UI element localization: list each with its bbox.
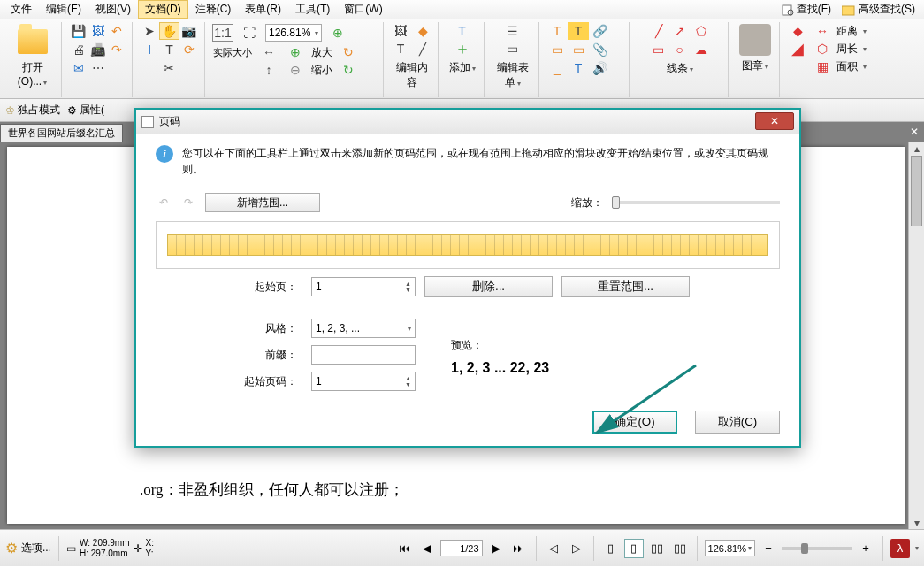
menu-form[interactable]: 表单(R) bbox=[238, 0, 288, 19]
dialog-titlebar[interactable]: 页码 ✕ bbox=[136, 110, 799, 134]
options-button[interactable]: 选项... bbox=[21, 541, 51, 556]
perimeter-label[interactable]: 周长 bbox=[836, 42, 858, 57]
arrow-icon[interactable]: ↗ bbox=[669, 22, 691, 40]
layout-single-icon[interactable]: ▯ bbox=[601, 539, 621, 558]
refresh-icon[interactable]: ↻ bbox=[338, 43, 359, 61]
zoom-in-icon[interactable]: ⊕ bbox=[285, 43, 306, 61]
zoom-in-round-icon[interactable]: ⊕ bbox=[327, 24, 348, 42]
style-select[interactable]: 1, 2, 3, ...▾ bbox=[311, 319, 416, 338]
add-label[interactable]: 添加 bbox=[449, 61, 470, 73]
menu-file[interactable]: 文件 bbox=[4, 0, 39, 19]
mail-icon[interactable]: ✉ bbox=[69, 59, 88, 77]
reset-range-button[interactable]: 重置范围... bbox=[561, 276, 690, 297]
edit-form-label[interactable]: 编辑表单 bbox=[497, 61, 529, 88]
menu-edit[interactable]: 编辑(E) bbox=[39, 0, 88, 19]
zoom-out-label[interactable]: 缩小 bbox=[311, 63, 332, 78]
find-button[interactable]: 查找(F) bbox=[776, 2, 836, 17]
eraser-icon[interactable]: ◆ bbox=[787, 22, 808, 40]
camera-icon[interactable]: 📷 bbox=[179, 22, 199, 40]
gear-icon[interactable]: ⚙ bbox=[5, 540, 18, 556]
cut-icon[interactable]: ✂ bbox=[159, 59, 179, 77]
scroll-down-icon[interactable]: ▾ bbox=[909, 516, 924, 529]
area-icon[interactable]: ▦ bbox=[812, 58, 833, 75]
first-page-icon[interactable]: ⏮ bbox=[394, 539, 414, 558]
next-page-icon[interactable]: ▶ bbox=[486, 539, 506, 558]
save-icon[interactable]: 💾 bbox=[69, 22, 88, 40]
cloud-icon[interactable]: ☁ bbox=[691, 41, 712, 58]
highlight-icon[interactable]: T bbox=[546, 22, 568, 40]
circle-icon[interactable]: ○ bbox=[669, 41, 691, 58]
prefix-input[interactable] bbox=[311, 345, 416, 365]
ok-button[interactable]: 确定(O) bbox=[592, 411, 677, 434]
layout-two-icon[interactable]: ▯▯ bbox=[647, 539, 667, 558]
vertical-scrollbar[interactable]: ▴ ▾ bbox=[908, 142, 924, 529]
add-text-icon[interactable]: T bbox=[452, 22, 473, 40]
text-select-icon[interactable]: I bbox=[140, 41, 159, 58]
menu-document[interactable]: 文档(D) bbox=[138, 0, 188, 19]
edit-content-label[interactable]: 编辑内容 bbox=[391, 60, 432, 90]
lines-label[interactable]: 线条 bbox=[667, 62, 688, 74]
typewriter-icon[interactable]: T bbox=[568, 59, 589, 77]
zoom-in-label[interactable]: 放大 bbox=[311, 45, 332, 60]
fit-page-icon[interactable]: ⛶ bbox=[239, 24, 260, 42]
sound-icon[interactable]: 🔊 bbox=[589, 59, 610, 77]
nav-fwd-icon[interactable]: ▷ bbox=[567, 539, 586, 558]
scroll-thumb[interactable] bbox=[911, 156, 922, 226]
zoom-out-icon[interactable]: ⊖ bbox=[285, 61, 306, 79]
delete-button[interactable]: 删除... bbox=[424, 276, 553, 297]
scroll-up-icon[interactable]: ▴ bbox=[909, 142, 924, 155]
last-page-icon[interactable]: ⏭ bbox=[509, 539, 529, 558]
start-num-input[interactable]: 1▲▼ bbox=[311, 372, 416, 391]
stamp-icon[interactable] bbox=[739, 24, 771, 56]
cursor-icon[interactable]: ➤ bbox=[140, 22, 159, 40]
rect-icon[interactable]: ▭ bbox=[648, 41, 669, 58]
cancel-button[interactable]: 取消(C) bbox=[695, 411, 780, 434]
image-icon[interactable]: 🖼 bbox=[88, 22, 108, 40]
underline-icon[interactable]: _ bbox=[546, 59, 568, 77]
rotate-icon[interactable]: ⟳ bbox=[179, 41, 199, 58]
fit-width-icon[interactable]: ↔ bbox=[258, 43, 279, 61]
undo-icon[interactable]: ↶ bbox=[107, 22, 126, 40]
stamp-label[interactable]: 图章 bbox=[742, 59, 763, 72]
start-page-input[interactable]: 1▲▼ bbox=[311, 277, 416, 296]
line-tool-icon[interactable]: ╱ bbox=[413, 40, 432, 58]
layout-continuous-icon[interactable]: ▯ bbox=[624, 539, 644, 558]
status-zoom-combo[interactable]: 126.81%▾ bbox=[705, 540, 755, 556]
menu-window[interactable]: 窗口(W) bbox=[337, 0, 389, 19]
line-icon[interactable]: ╱ bbox=[648, 22, 669, 40]
pdf-badge-icon[interactable]: λ bbox=[890, 539, 910, 558]
area-label[interactable]: 面积 bbox=[836, 59, 858, 74]
form-top-icon[interactable]: ☰ bbox=[502, 22, 523, 40]
zoom-combo[interactable]: 126.81%▾ bbox=[265, 24, 322, 42]
distance-label[interactable]: 距离 bbox=[836, 24, 858, 39]
eraser2-icon[interactable]: ◢ bbox=[787, 40, 808, 58]
dialog-close-button[interactable]: ✕ bbox=[755, 112, 794, 130]
range-ruler[interactable] bbox=[167, 234, 768, 256]
dlg-redo-icon[interactable]: ↷ bbox=[180, 196, 196, 209]
refresh2-icon[interactable]: ↻ bbox=[338, 61, 359, 79]
actual-size-icon[interactable]: 1:1 bbox=[212, 24, 233, 42]
menu-view[interactable]: 视图(V) bbox=[88, 0, 138, 19]
distance-icon[interactable]: ↔ bbox=[812, 22, 833, 40]
layout-two-cont-icon[interactable]: ▯▯ bbox=[670, 539, 690, 558]
add-plus-icon[interactable]: ＋ bbox=[452, 40, 473, 58]
dlg-undo-icon[interactable]: ↶ bbox=[156, 196, 172, 209]
hand-icon[interactable]: ✋ bbox=[159, 22, 179, 40]
redo-icon[interactable]: ↷ bbox=[107, 41, 126, 58]
zoom-out-status-icon[interactable]: − bbox=[759, 539, 778, 558]
zoom-in-status-icon[interactable]: + bbox=[856, 539, 875, 558]
scan-icon[interactable]: 📠 bbox=[88, 41, 108, 58]
perimeter-icon[interactable]: ⬡ bbox=[812, 40, 833, 58]
dots-icon[interactable]: ⋯ bbox=[88, 59, 108, 77]
nav-back-icon[interactable]: ◁ bbox=[544, 539, 563, 558]
document-tab[interactable]: 世界各国网站后缀名汇总 bbox=[0, 124, 123, 142]
attach-icon[interactable]: 📎 bbox=[589, 41, 610, 58]
prev-page-icon[interactable]: ◀ bbox=[417, 539, 437, 558]
callout-icon[interactable]: ▭ bbox=[568, 41, 589, 58]
shape-tool-icon[interactable]: ◆ bbox=[413, 22, 432, 40]
note-icon[interactable]: T bbox=[568, 22, 589, 40]
adv-find-button[interactable]: 高级查找(S) bbox=[836, 2, 920, 17]
add-range-button[interactable]: 新增范围... bbox=[205, 193, 320, 212]
open-folder-icon[interactable] bbox=[18, 29, 48, 54]
open-label[interactable]: 打开(O)... bbox=[18, 61, 43, 88]
